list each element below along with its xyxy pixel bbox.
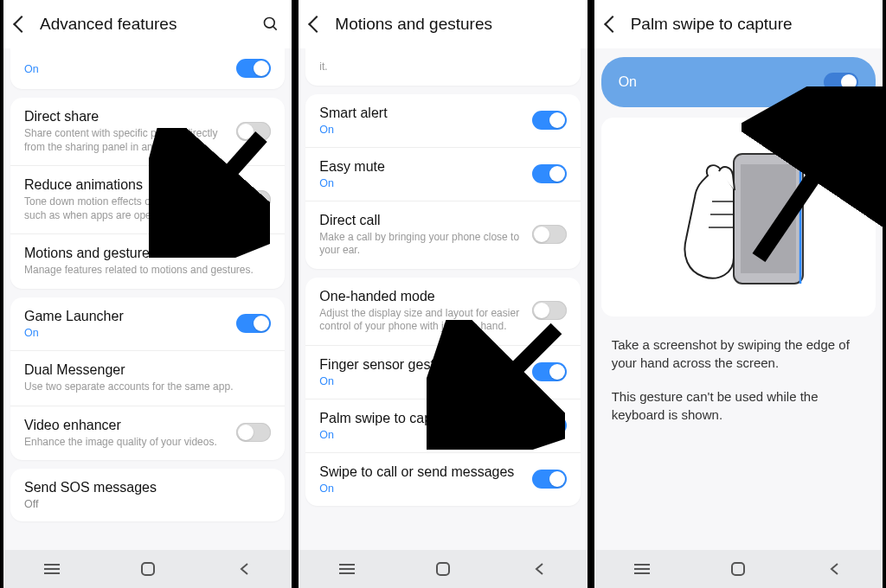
nav-home-icon[interactable]: [433, 559, 453, 579]
row-title: Easy mute: [319, 158, 523, 176]
toggle-label: On: [619, 74, 824, 90]
page-title: Palm swipe to capture: [631, 15, 793, 34]
row-sos[interactable]: Send SOS messages Off: [10, 469, 285, 521]
row-title: Direct call: [319, 212, 523, 229]
status-text: On: [24, 63, 228, 75]
toggle[interactable]: [236, 423, 271, 442]
nav-recent-icon[interactable]: [42, 559, 62, 579]
toggle[interactable]: [236, 314, 271, 333]
svg-point-0: [265, 18, 275, 29]
back-icon[interactable]: [604, 16, 621, 33]
status-text: On: [24, 327, 228, 339]
header: Advanced features: [3, 0, 292, 48]
status-text: On: [319, 429, 523, 441]
header: Motions and gestures: [299, 0, 587, 48]
row-truncated[interactable]: it.: [305, 48, 580, 86]
row-reduce-animations[interactable]: Reduce animations Tone down motion effec…: [10, 166, 285, 234]
nav-back-icon[interactable]: [529, 559, 549, 579]
row-title: One-handed mode: [319, 288, 523, 305]
row-easy-mute[interactable]: Easy mute On: [305, 148, 580, 201]
row-title: Send SOS messages: [24, 479, 271, 496]
status-text: On: [319, 177, 523, 189]
status-text: On: [319, 483, 523, 495]
toggle[interactable]: [236, 122, 271, 141]
hand-phone-icon: [652, 128, 825, 301]
row-title: Video enhancer: [24, 417, 228, 434]
content: On Direct share Share content with speci…: [3, 48, 292, 550]
card-truncated-top: On: [10, 48, 285, 89]
row-desc: Enhance the image quality of your videos…: [24, 436, 228, 450]
svg-rect-5: [142, 563, 154, 575]
gesture-illustration: [601, 118, 876, 316]
row-title: Game Launcher: [24, 308, 228, 325]
toggle[interactable]: [236, 59, 271, 78]
toggle[interactable]: [532, 301, 567, 320]
navbar: [299, 550, 587, 588]
row-title: Smart alert: [319, 105, 523, 122]
nav-back-icon[interactable]: [824, 559, 844, 579]
nav-home-icon[interactable]: [138, 559, 158, 579]
row-smart-alert[interactable]: Smart alert On: [305, 94, 580, 148]
desc-line-2: This gesture can't be used while the key…: [612, 387, 865, 424]
row-dual-messenger[interactable]: Dual Messenger Use two separate accounts…: [10, 351, 285, 406]
row-finger-sensor[interactable]: Finger sensor gestures On: [305, 346, 580, 399]
card-group-2: One-handed mode Adjust the display size …: [305, 278, 580, 506]
row-desc: it.: [319, 61, 566, 74]
card-group-1: Smart alert On Easy mute On Direct call …: [305, 94, 580, 269]
navbar: [594, 550, 883, 588]
row-desc: Make a call by bringing your phone close…: [319, 231, 523, 258]
card-group-1: Direct share Share content with specific…: [10, 98, 285, 289]
row-desc: Tone down motion effects on the screen, …: [24, 195, 228, 222]
toggle[interactable]: [824, 73, 858, 92]
status-text: On: [319, 375, 523, 387]
row-truncated[interactable]: On: [10, 48, 285, 89]
row-direct-call[interactable]: Direct call Make a call by bringing your…: [305, 201, 580, 269]
content: it. Smart alert On Easy mute On: [299, 48, 587, 550]
svg-line-1: [273, 27, 277, 30]
svg-rect-18: [732, 563, 744, 575]
page-title: Motions and gestures: [335, 15, 492, 34]
row-desc: Share content with specific people direc…: [24, 127, 228, 154]
row-game-launcher[interactable]: Game Launcher On: [10, 297, 285, 351]
status-text: On: [319, 124, 523, 136]
page-title: Advanced features: [40, 15, 177, 34]
card-group-3: Send SOS messages Off: [10, 469, 285, 521]
toggle[interactable]: [532, 164, 567, 183]
toggle[interactable]: [532, 470, 567, 489]
toggle[interactable]: [532, 362, 567, 381]
search-icon[interactable]: [262, 16, 279, 33]
row-desc: Manage features related to motions and g…: [24, 264, 271, 278]
row-title: Reduce animations: [24, 176, 228, 194]
row-title: Motions and gestures: [24, 245, 271, 262]
nav-recent-icon[interactable]: [337, 559, 357, 579]
panel-motions-gestures: Motions and gestures it. Smart alert On …: [295, 0, 590, 588]
row-title: Swipe to call or send messages: [319, 463, 523, 481]
row-swipe-call[interactable]: Swipe to call or send messages On: [305, 453, 580, 506]
nav-home-icon[interactable]: [728, 559, 748, 579]
panel-palm-swipe: Palm swipe to capture On Take a screensh…: [591, 0, 886, 588]
row-title: Palm swipe to capture: [319, 410, 523, 427]
row-direct-share[interactable]: Direct share Share content with specific…: [10, 98, 285, 166]
svg-rect-10: [437, 563, 449, 575]
row-title: Finger sensor gestures: [319, 356, 523, 374]
row-one-handed[interactable]: One-handed mode Adjust the display size …: [305, 278, 580, 346]
nav-recent-icon[interactable]: [632, 559, 652, 579]
back-icon[interactable]: [13, 16, 30, 33]
row-motions-gestures[interactable]: Motions and gestures Manage features rel…: [10, 234, 285, 289]
nav-back-icon[interactable]: [234, 559, 254, 579]
panel-advanced-features: Advanced features On Direct share Share …: [0, 0, 295, 588]
header: Palm swipe to capture: [594, 0, 883, 48]
description: Take a screenshot by swiping the edge of…: [594, 316, 883, 443]
toggle[interactable]: [532, 111, 567, 130]
toggle[interactable]: [532, 416, 567, 435]
row-palm-swipe[interactable]: Palm swipe to capture On: [305, 399, 580, 453]
master-toggle-row[interactable]: On: [601, 57, 876, 107]
back-icon[interactable]: [308, 16, 325, 33]
row-video-enhancer[interactable]: Video enhancer Enhance the image quality…: [10, 406, 285, 461]
row-desc: Use two separate accounts for the same a…: [24, 380, 271, 394]
toggle[interactable]: [532, 225, 567, 244]
toggle[interactable]: [236, 190, 271, 209]
desc-line-1: Take a screenshot by swiping the edge of…: [612, 336, 865, 372]
card-truncated-top: it.: [305, 48, 580, 86]
card-group-2: Game Launcher On Dual Messenger Use two …: [10, 297, 285, 460]
